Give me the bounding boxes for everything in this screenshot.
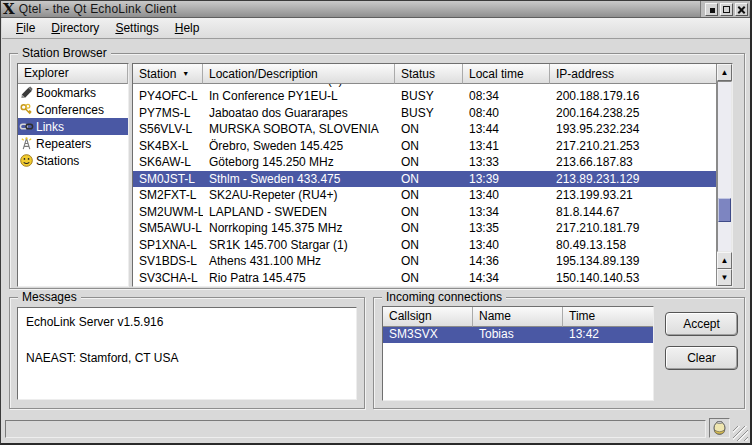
column-header-station[interactable]: Station▼ bbox=[133, 64, 203, 84]
window-title: Qtel - the Qt EchoLink Client bbox=[19, 2, 177, 16]
message-line: NAEAST: Stamford, CT USA bbox=[26, 349, 348, 367]
sidebar-item-bookmarks[interactable]: Bookmarks bbox=[18, 84, 128, 101]
close-icon bbox=[736, 4, 747, 15]
column-header-status[interactable]: Status bbox=[395, 64, 463, 84]
sidebar-item-label: Conferences bbox=[36, 103, 104, 117]
table-row[interactable]: PY7MS-LJaboatao dos GuararapesBUSY08:402… bbox=[133, 105, 716, 122]
column-header-localtime[interactable]: Local time bbox=[463, 64, 550, 84]
column-header-ip[interactable]: IP-address bbox=[550, 64, 716, 84]
sidebar-item-stations[interactable]: Stations bbox=[18, 152, 128, 169]
table-row-selected[interactable]: SM0JST-LSthlm - Sweden 433.475ON13:39213… bbox=[133, 171, 716, 188]
station-browser-label: Station Browser bbox=[18, 46, 111, 60]
messages-textarea[interactable]: EchoLink Server v1.5.916 NAEAST: Stamfor… bbox=[17, 307, 357, 400]
menu-directory[interactable]: Directory bbox=[43, 19, 107, 37]
sidebar-item-label: Links bbox=[36, 120, 64, 134]
close-button[interactable] bbox=[735, 3, 748, 16]
menu-settings[interactable]: Settings bbox=[107, 19, 166, 37]
sidebar-item-label: Repeaters bbox=[36, 137, 91, 151]
menu-file[interactable]: File bbox=[8, 19, 43, 37]
arrow-up-icon: ▲ bbox=[721, 257, 729, 265]
x-logo-icon: X bbox=[1, 2, 19, 17]
message-line: EchoLink Server v1.5.916 bbox=[26, 313, 348, 331]
arrow-up-icon: ▲ bbox=[721, 69, 729, 77]
table-row[interactable]: S56VLV-LMURSKA SOBOTA, SLOVENIAON13:4419… bbox=[133, 121, 716, 138]
sidebar-item-conferences[interactable]: Conferences bbox=[18, 101, 128, 118]
column-header-location[interactable]: Location/Description bbox=[203, 64, 395, 84]
column-header-callsign[interactable]: Callsign bbox=[383, 307, 473, 327]
sidebar-item-label: Stations bbox=[36, 154, 79, 168]
qtel-window: X Qtel - the Qt EchoLink Client File Dir… bbox=[0, 0, 752, 445]
statusbar-led-panel bbox=[709, 418, 730, 438]
sidebar-item-label: Bookmarks bbox=[36, 86, 96, 100]
incoming-row-selected[interactable]: SM3SVX Tobias 13:42 bbox=[383, 326, 653, 343]
antenna-icon bbox=[19, 136, 34, 151]
statusbar-message-field bbox=[5, 420, 706, 438]
lamp-indicator-icon bbox=[713, 421, 726, 436]
messages-label: Messages bbox=[18, 290, 81, 304]
smiley-icon bbox=[19, 153, 34, 168]
arrow-down-icon: ▼ bbox=[721, 274, 729, 282]
clear-button[interactable]: Clear bbox=[665, 346, 738, 370]
scroll-up-button[interactable]: ▲ bbox=[717, 64, 732, 81]
minimize-icon bbox=[710, 8, 715, 13]
resize-grip[interactable] bbox=[733, 426, 748, 441]
incoming-connections-table: Callsign Name Time SM3SVX Tobias 13:42 bbox=[382, 306, 654, 401]
window-controls bbox=[700, 1, 749, 17]
sidebar-item-links[interactable]: Links bbox=[18, 118, 128, 135]
keys-icon bbox=[19, 102, 34, 117]
station-list-body: Station▼ Location/Description Status Loc… bbox=[133, 64, 716, 286]
titlebar[interactable]: X Qtel - the Qt EchoLink Client bbox=[1, 1, 750, 18]
table-row[interactable]: SK4BX-LÖrebro, Sweden 145.425ON13:41217.… bbox=[133, 138, 716, 155]
scrollbar-track[interactable] bbox=[717, 81, 732, 252]
table-row[interactable]: SP1XNA-LSR1K 145.700 Stargar (1)ON13:408… bbox=[133, 237, 716, 254]
table-row[interactable]: PY4OFC-LIn Conference PY1EU-LBUSY08:3420… bbox=[133, 88, 716, 105]
scrollbar-thumb[interactable] bbox=[718, 198, 731, 222]
station-list-header: Station▼ Location/Description Status Loc… bbox=[133, 64, 716, 84]
bookmark-icon bbox=[19, 85, 34, 100]
table-row[interactable]: SM5AWU-LNorrkoping 145.375 MHzON13:35217… bbox=[133, 220, 716, 237]
menu-help[interactable]: Help bbox=[167, 19, 208, 37]
explorer-panel: Explorer Bookmarks Conferences Links Rep… bbox=[17, 63, 129, 287]
vertical-scrollbar: ▲ ▲ ▼ bbox=[716, 64, 732, 286]
incoming-connections-label: Incoming connections bbox=[382, 290, 506, 304]
scroll-down-button[interactable]: ▼ bbox=[717, 269, 732, 286]
column-header-time[interactable]: Time bbox=[563, 307, 653, 327]
station-list: Station▼ Location/Description Status Loc… bbox=[132, 63, 733, 287]
table-row[interactable]: SK6AW-LGöteborg 145.250 MHzON13:33213.66… bbox=[133, 154, 716, 171]
minimize-button[interactable] bbox=[705, 3, 718, 16]
table-row[interactable]: SV1BDS-LAthens 431.100 MHzON14:36195.134… bbox=[133, 253, 716, 270]
explorer-header[interactable]: Explorer bbox=[18, 64, 128, 84]
sidebar-item-repeaters[interactable]: Repeaters bbox=[18, 135, 128, 152]
accept-button[interactable]: Accept bbox=[665, 312, 738, 336]
chain-link-icon bbox=[19, 119, 34, 134]
maximize-button[interactable] bbox=[720, 3, 733, 16]
column-header-name[interactable]: Name bbox=[473, 307, 563, 327]
scroll-up-button-2[interactable]: ▲ bbox=[717, 252, 732, 269]
menubar: File Directory Settings Help bbox=[2, 18, 750, 39]
message-line bbox=[26, 331, 348, 349]
incoming-table-header: Callsign Name Time bbox=[383, 307, 653, 326]
table-row[interactable]: SV3CHA-LRio Patra 145.475ON14:34150.140.… bbox=[133, 270, 716, 287]
table-row[interactable]: SM2FXT-LSK2AU-Repeter (RU4+)ON13:40213.1… bbox=[133, 187, 716, 204]
maximize-icon bbox=[723, 6, 730, 13]
table-row[interactable]: SM2UWM-LLAPLAND - SWEDENON13:3481.8.144.… bbox=[133, 204, 716, 221]
sort-descending-icon: ▼ bbox=[182, 70, 189, 77]
